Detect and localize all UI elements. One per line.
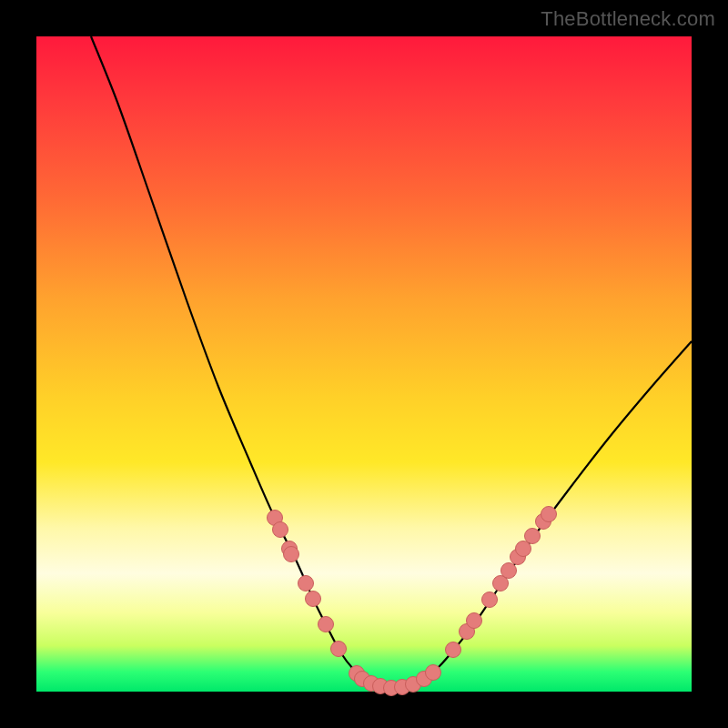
data-dot [516, 541, 531, 557]
data-dot [298, 576, 314, 592]
data-dot [525, 529, 541, 544]
data-dot [331, 642, 347, 657]
data-dot [467, 613, 482, 629]
left-dots [268, 511, 347, 657]
data-dot [541, 507, 557, 522]
data-dot [446, 642, 461, 658]
data-dot [426, 665, 441, 681]
plot-area [36, 36, 692, 692]
data-dot [318, 617, 334, 632]
data-dot [306, 592, 321, 607]
v-curve [91, 36, 692, 689]
data-dot [482, 592, 498, 608]
data-dot [284, 547, 299, 562]
data-dot [501, 563, 517, 579]
attribution-text: TheBottleneck.com [541, 7, 715, 31]
chart-svg [36, 36, 692, 692]
data-dot [273, 522, 288, 538]
bottom-dots [349, 665, 441, 696]
chart-frame: TheBottleneck.com [0, 0, 728, 728]
